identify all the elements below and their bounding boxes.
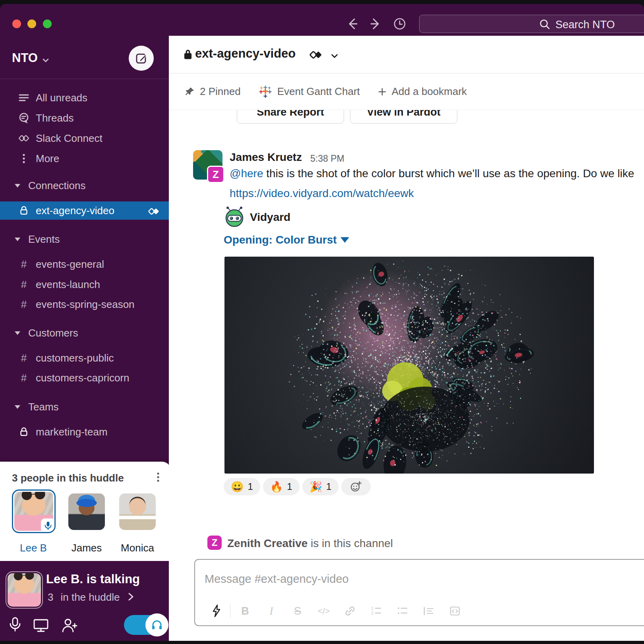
channel-chevron-down-icon[interactable] <box>329 51 340 61</box>
sidebar-channel-customers-public[interactable]: # customers-public <box>0 349 169 367</box>
huddle-options-kebab-icon[interactable] <box>153 471 163 483</box>
lock-icon <box>182 48 194 61</box>
workspace-switcher[interactable]: NTO <box>12 51 38 65</box>
history-clock-icon[interactable] <box>393 17 407 31</box>
add-bookmark-label: Add a bookmark <box>392 85 467 98</box>
compose-pencil-icon <box>135 52 148 65</box>
huddle-toggle[interactable] <box>124 615 167 635</box>
minimize-window-button[interactable] <box>27 19 36 28</box>
section-label: Events <box>28 233 60 246</box>
slack-window: Search NTO NTO All unreads Threads <box>0 0 644 644</box>
lock-icon <box>18 426 30 437</box>
huddle-member-avatar-monica[interactable] <box>119 493 156 530</box>
sidebar-channel-events-launch[interactable]: # events-launch <box>0 275 169 294</box>
sidebar-channel-events-general[interactable]: # events-general <box>0 255 169 273</box>
app-note-rest: is in this channel <box>307 537 393 549</box>
search-input[interactable]: Search NTO <box>419 15 644 33</box>
search-label: Search NTO <box>555 19 615 31</box>
sidebar-item-all-unreads[interactable]: All unreads <box>0 89 169 107</box>
reaction-count: 1 <box>287 481 292 492</box>
section-teams[interactable]: Teams <box>0 398 169 416</box>
plus-icon <box>377 87 387 97</box>
toolbar-divider <box>230 604 230 618</box>
sidebar-channel-marketing-team[interactable]: marketing-team <box>0 423 169 441</box>
unfurl-provider-row: Vidyard <box>224 207 290 228</box>
strikethrough-button[interactable]: S <box>284 605 311 617</box>
message-text: @here this is the shot of the color burs… <box>230 167 644 180</box>
search-icon <box>539 18 551 30</box>
channel-label: customers-public <box>36 352 114 364</box>
history-back-button[interactable] <box>345 17 359 31</box>
avatar <box>119 493 156 530</box>
compose-button[interactable] <box>129 46 154 71</box>
hash-icon: # <box>18 298 30 311</box>
section-customers[interactable]: Customers <box>0 324 169 342</box>
channel-label: events-general <box>36 258 104 271</box>
channel-label: ext-agency-video <box>36 205 114 217</box>
huddle-member-avatar-lee[interactable] <box>12 489 56 533</box>
shortcuts-lightning-icon[interactable] <box>205 604 228 618</box>
vidyard-link[interactable]: https://video.vidyard.com/watch/eewk <box>230 187 414 200</box>
reaction-fire[interactable]: 🔥1 <box>263 478 300 495</box>
all-unreads-icon <box>18 92 30 104</box>
italic-button[interactable]: I <box>258 605 284 617</box>
sidebar-channel-events-spring-season[interactable]: # events-spring-season <box>0 295 169 313</box>
bookmark-event-gantt-chart[interactable]: Event Gantt Chart <box>258 85 360 99</box>
sidebar-item-more[interactable]: More <box>0 149 169 168</box>
add-bookmark-button[interactable]: Add a bookmark <box>377 85 467 98</box>
huddle-title: 3 people in this huddle <box>12 472 124 484</box>
section-connections[interactable]: Connections <box>0 176 169 195</box>
chevron-right-icon[interactable] <box>126 592 135 601</box>
link-button[interactable] <box>337 605 363 617</box>
color-burst-image[interactable] <box>224 257 594 474</box>
ordered-list-button[interactable]: 12 <box>363 605 389 617</box>
reaction-grinning[interactable]: 😀1 <box>224 478 260 495</box>
message-input-placeholder: Message #ext-agency-video <box>205 572 349 586</box>
screen-share-button[interactable] <box>33 618 49 633</box>
section-events[interactable]: Events <box>0 230 169 248</box>
svg-text:2: 2 <box>371 611 373 615</box>
avatar <box>8 573 41 607</box>
section-label: Customers <box>28 327 78 339</box>
tada-emoji-icon: 🎉 <box>309 481 322 493</box>
blockquote-button[interactable] <box>416 605 442 617</box>
app-channel-note: Zenith Creative is in this channel <box>227 537 393 550</box>
add-reaction-icon <box>350 481 362 493</box>
sidebar-item-slack-connect[interactable]: Slack Connect <box>0 129 169 147</box>
huddle-member-avatar-james[interactable] <box>68 493 105 530</box>
code-button[interactable]: </> <box>311 606 337 616</box>
channel-title[interactable]: ext-agency-video <box>195 46 296 61</box>
code-block-button[interactable] <box>442 605 468 617</box>
pin-icon <box>184 86 195 97</box>
sidebar-item-threads[interactable]: Threads <box>0 109 169 127</box>
reaction-count: 1 <box>326 481 331 492</box>
add-reaction-button[interactable] <box>341 478 371 495</box>
mic-button[interactable] <box>8 617 22 633</box>
close-window-button[interactable] <box>12 19 21 28</box>
app-name[interactable]: Zenith Creative <box>227 537 307 549</box>
message-author-name[interactable]: James Kruetz <box>230 151 302 164</box>
bold-button[interactable]: B <box>232 605 258 617</box>
bulleted-list-button[interactable] <box>389 605 416 617</box>
huddle-count-number: 3 <box>48 591 53 603</box>
collapse-preview-caret-icon[interactable] <box>340 237 349 243</box>
sidebar-item-label: Slack Connect <box>36 132 102 145</box>
here-mention[interactable]: @here <box>230 167 263 180</box>
reaction-tada[interactable]: 🎉1 <box>302 478 339 495</box>
huddle-count[interactable]: 3in the huddle <box>48 591 120 603</box>
unfurl-title-link[interactable]: Opening: Color Burst <box>224 234 337 246</box>
maximize-window-button[interactable] <box>43 19 52 28</box>
huddle-member-name[interactable]: Lee B <box>10 542 57 554</box>
channel-label: events-launch <box>36 278 100 291</box>
main-content: Share Report View in Pardot ext-agency-v… <box>169 36 644 644</box>
channel-label: customers-capricorn <box>36 372 130 384</box>
channel-header: ext-agency-video <box>169 36 644 73</box>
pinned-items[interactable]: 2 Pinned <box>184 85 241 98</box>
history-forward-button[interactable] <box>369 17 383 31</box>
message-input[interactable]: Message #ext-agency-video B I S </> 12 <box>194 559 644 626</box>
section-caret-down-icon <box>13 329 22 337</box>
message-timestamp[interactable]: 5:38 PM <box>310 153 344 164</box>
sidebar-channel-customers-capricorn[interactable]: # customers-capricorn <box>0 369 169 387</box>
add-person-button[interactable] <box>60 617 79 633</box>
sidebar-channel-ext-agency-video[interactable]: ext-agency-video <box>0 201 169 220</box>
